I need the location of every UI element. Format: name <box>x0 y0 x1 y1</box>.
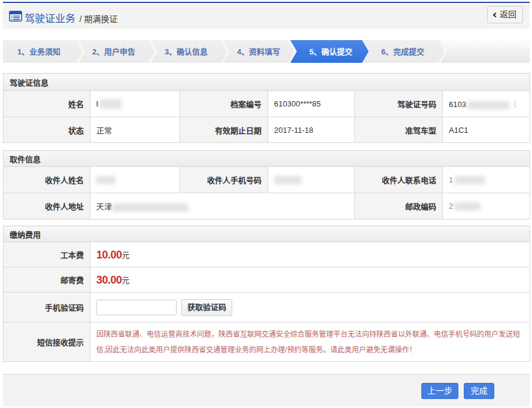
svg-text:4、资料填写: 4、资料填写 <box>237 47 280 56</box>
svg-text:3、确认信息: 3、确认信息 <box>165 47 208 56</box>
svg-text:1、业务须知: 1、业务须知 <box>17 47 60 56</box>
svg-text:5、确认提交: 5、确认提交 <box>309 47 352 56</box>
svg-text:2、用户申告: 2、用户申告 <box>92 47 135 56</box>
svg-text:6、完成提交: 6、完成提交 <box>381 47 424 56</box>
